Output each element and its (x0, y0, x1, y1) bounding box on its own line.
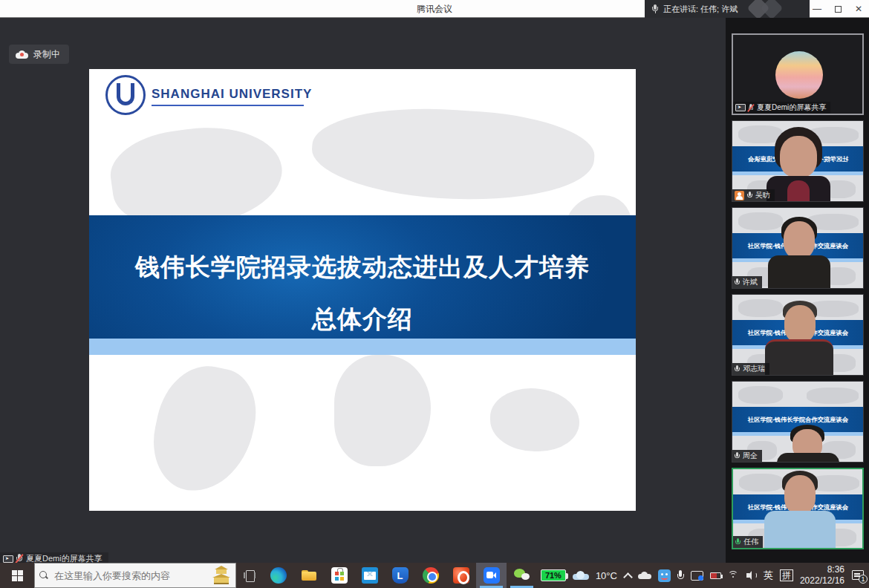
participant-label: 邓志瑞 (732, 363, 769, 375)
tencent-meeting-logo-icon (747, 0, 789, 18)
taskbar-app-lenovo-manager[interactable]: L (385, 563, 415, 588)
action-center-icon[interactable]: 1 (851, 569, 865, 581)
participant-label: 夏夏Demi的屏幕共享 (733, 102, 830, 114)
search-highlight-temple-icon[interactable] (210, 566, 232, 586)
tencent-meeting-icon (484, 567, 500, 584)
wifi-icon[interactable] (728, 571, 740, 580)
participant-name: 邓志瑞 (743, 364, 765, 374)
cloud-record-icon (16, 50, 28, 59)
window-titlebar: 腾讯会议 正在讲话: 任伟; 许斌 — ✕ (0, 0, 869, 18)
speaking-label: 正在讲话: 任伟; 许斌 (663, 4, 738, 15)
participant-tile[interactable]: 社区学院-钱伟长学院合作交流座谈会 许斌 (732, 207, 864, 289)
university-name: SHANGHAI UNIVERSITY (152, 87, 312, 102)
muted-mic-icon (748, 103, 754, 111)
weather-cloud-icon[interactable] (573, 571, 589, 580)
logo-underline (152, 105, 304, 106)
restore-button[interactable] (827, 0, 848, 18)
taskbar-app-wechat[interactable] (507, 563, 537, 588)
slide-title-line2: 总体介绍 (89, 303, 636, 336)
search-input[interactable] (54, 570, 195, 581)
mic-icon (747, 192, 752, 200)
search-icon (39, 571, 48, 580)
worldmap-shape (334, 355, 431, 466)
minimize-icon: — (813, 4, 821, 14)
mic-icon (652, 4, 658, 13)
restore-icon (835, 6, 842, 13)
tray-time-text: 8:36 (800, 564, 844, 575)
taskbar-search-box[interactable] (34, 563, 236, 588)
worldmap-shape (309, 100, 596, 209)
tray-battery-icon[interactable] (710, 572, 721, 579)
battery-indicator[interactable]: 71% (541, 569, 566, 581)
tray-mic-icon[interactable] (677, 570, 684, 581)
recording-chip[interactable]: 录制中 (9, 45, 69, 64)
tray-app-icon[interactable] (658, 569, 671, 582)
screen-share-icon (3, 555, 12, 563)
taskbar-app-office[interactable] (446, 563, 476, 588)
speaking-indicator: 正在讲话: 任伟; 许斌 (645, 0, 810, 18)
taskbar-app-store[interactable] (324, 563, 354, 588)
taskbar-app-edge[interactable] (263, 563, 293, 588)
close-icon: ✕ (855, 4, 862, 14)
virtual-bg-text: 社区学院-钱伟长学院合作交流座谈会 (747, 415, 847, 424)
microsoft-store-icon (331, 567, 348, 584)
participant-label: 许斌 (732, 276, 762, 288)
participants-sidebar: 夏夏Demi的屏幕共享 社区学院-钱伟长学院合作交流座谈会 (726, 18, 869, 563)
chrome-icon (423, 567, 439, 584)
presentation-slide: SHANGHAI UNIVERSITY 钱伟长学院招录选拔动态进出及人才培养 总… (89, 69, 636, 511)
volume-icon[interactable] (746, 571, 757, 580)
ime-language-indicator[interactable]: 英 (764, 569, 773, 582)
participant-tile[interactable]: 社区学院-钱伟长学院合作交流座谈会 周全 (732, 381, 864, 463)
worldmap-shape (490, 388, 579, 451)
recording-label: 录制中 (33, 48, 60, 61)
taskbar-app-file-explorer[interactable] (293, 563, 324, 588)
windows-logo-icon (12, 570, 23, 581)
slide-title-banner: 钱伟长学院招录选拔动态进出及人才培养 总体介绍 (89, 215, 636, 339)
ime-pinyin-indicator[interactable]: 拼 (780, 569, 793, 581)
cloud-sync-icon[interactable] (638, 572, 651, 579)
task-view-button[interactable] (236, 563, 263, 588)
office-icon (453, 567, 469, 584)
wechat-icon (514, 567, 530, 584)
participant-label: 吴昉 (732, 189, 775, 201)
taskbar-app-chrome[interactable] (415, 563, 446, 588)
participant-name: 任伟 (743, 537, 758, 547)
tray-screenshare-icon[interactable] (691, 570, 703, 581)
participant-name: 周全 (743, 451, 758, 461)
clock[interactable]: 8:36 2022/12/16 (800, 564, 844, 587)
screen-share-icon (735, 104, 744, 111)
university-logo: SHANGHAI UNIVERSITY (94, 75, 316, 121)
close-button[interactable]: ✕ (848, 0, 869, 18)
taskbar-app-tencent-meeting[interactable] (476, 563, 507, 588)
participant-tile[interactable]: 社区学院-钱伟长学院合作交流座谈会 任伟 (732, 468, 864, 549)
participant-name: 许斌 (743, 277, 758, 287)
minimize-button[interactable]: — (807, 0, 827, 18)
participant-name: 吴昉 (755, 190, 770, 200)
avatar (775, 51, 823, 99)
participant-label: 周全 (732, 450, 762, 462)
taskbar-pinned-apps: L (263, 563, 537, 588)
notification-badge: 1 (859, 575, 868, 584)
mail-icon (362, 567, 378, 584)
host-badge-icon (735, 191, 744, 200)
participant-label: 任伟 (733, 536, 763, 548)
worldmap-shape (144, 357, 265, 500)
task-view-icon (244, 570, 256, 581)
edge-icon (270, 567, 287, 584)
participant-tile-screenshare[interactable]: 夏夏Demi的屏幕共享 (732, 33, 864, 115)
weather-temperature[interactable]: 10°C (596, 570, 617, 581)
mic-icon (735, 365, 740, 373)
tray-date-text: 2022/12/16 (800, 575, 844, 587)
taskbar-app-mail[interactable] (354, 563, 385, 588)
participant-tile[interactable]: 社区学院-钱伟长学院合作交流座谈会 吴昉 (732, 120, 864, 202)
participant-tile[interactable]: 社区学院-钱伟长学院合作交流座谈会 邓志瑞 (732, 294, 864, 376)
tray-expand-icon[interactable] (624, 572, 631, 579)
battery-percent: 71% (545, 571, 562, 580)
lenovo-manager-icon: L (392, 567, 409, 584)
tencent-meeting-window: 腾讯会议 正在讲话: 任伟; 许斌 — ✕ 录制中 (0, 0, 869, 588)
mic-icon (735, 452, 740, 460)
mic-active-icon (735, 538, 741, 546)
start-button[interactable] (0, 563, 34, 588)
university-seal-icon (105, 75, 146, 115)
mic-icon (735, 278, 740, 287)
